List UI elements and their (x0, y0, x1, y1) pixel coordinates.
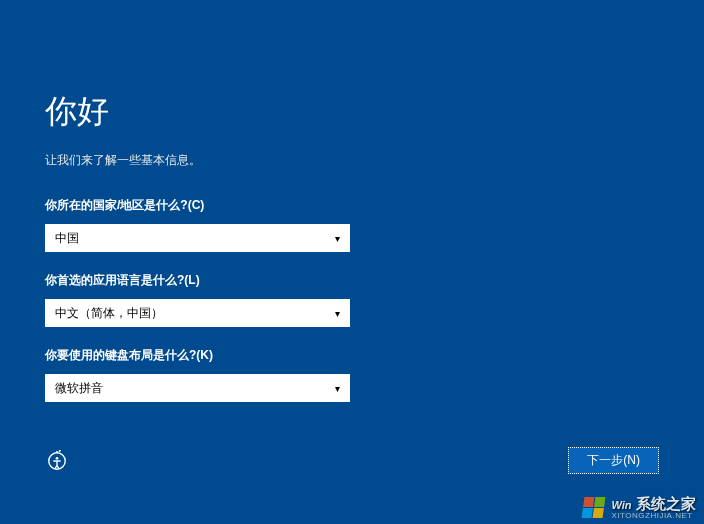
keyboard-select[interactable]: 微软拼音 ▾ (45, 374, 350, 402)
chevron-down-icon: ▾ (335, 233, 340, 244)
watermark-prefix: Win (611, 499, 631, 511)
language-value: 中文（简体，中国） (55, 305, 163, 322)
watermark: Win 系统之家 XITONGZHIJIA.NET (583, 496, 696, 520)
accessibility-icon[interactable] (45, 449, 69, 473)
country-label: 你所在的国家/地区是什么?(C) (45, 197, 659, 214)
language-field: 你首选的应用语言是什么?(L) 中文（简体，中国） ▾ (45, 272, 659, 327)
svg-point-1 (56, 456, 59, 459)
watermark-main: 系统之家 (636, 495, 696, 512)
keyboard-label: 你要使用的键盘布局是什么?(K) (45, 347, 659, 364)
keyboard-field: 你要使用的键盘布局是什么?(K) 微软拼音 ▾ (45, 347, 659, 402)
country-select[interactable]: 中国 ▾ (45, 224, 350, 252)
language-select[interactable]: 中文（简体，中国） ▾ (45, 299, 350, 327)
footer-bar: 下一步(N) (45, 447, 659, 474)
watermark-sub: XITONGZHIJIA.NET (611, 512, 696, 520)
page-title: 你好 (45, 90, 659, 134)
country-field: 你所在的国家/地区是什么?(C) 中国 ▾ (45, 197, 659, 252)
keyboard-value: 微软拼音 (55, 380, 103, 397)
language-label: 你首选的应用语言是什么?(L) (45, 272, 659, 289)
page-subtitle: 让我们来了解一些基本信息。 (45, 152, 659, 169)
chevron-down-icon: ▾ (335, 308, 340, 319)
windows-logo-icon (583, 497, 605, 519)
chevron-down-icon: ▾ (335, 383, 340, 394)
next-button[interactable]: 下一步(N) (568, 447, 659, 474)
country-value: 中国 (55, 230, 79, 247)
